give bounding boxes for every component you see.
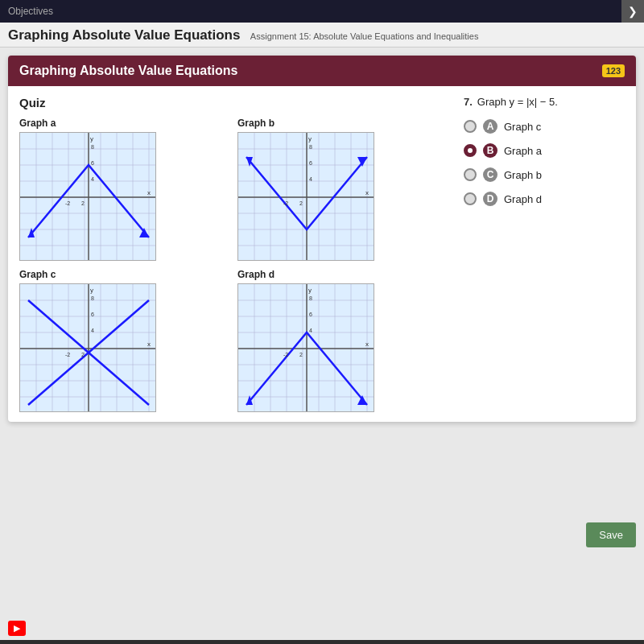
graph-box-d: x y -2 2 4 6 8 — [237, 283, 374, 412]
page-title-main: Graphing Absolute Value Equations — [8, 27, 240, 43]
svg-text:-2: -2 — [283, 200, 288, 206]
graph-label-c: Graph c — [19, 269, 229, 280]
graph-label-a: Graph a — [19, 118, 229, 129]
option-row-d[interactable]: D Graph d — [464, 192, 625, 206]
option-row-b[interactable]: B Graph a — [464, 143, 625, 158]
svg-text:x: x — [365, 189, 369, 196]
option-letter-c: C — [483, 167, 497, 182]
svg-text:y: y — [308, 135, 312, 142]
option-text-a: Graph c — [504, 121, 541, 133]
svg-text:2: 2 — [81, 200, 85, 206]
question-text: Graph y = |x| − 5. — [477, 96, 558, 108]
svg-text:-2: -2 — [283, 352, 288, 357]
svg-text:x: x — [147, 341, 151, 348]
question-number: 7. — [464, 96, 473, 108]
option-letter-b: B — [483, 143, 497, 158]
svg-text:4: 4 — [309, 176, 312, 182]
badge-123: 123 — [602, 64, 625, 77]
option-row-a[interactable]: A Graph c — [464, 119, 625, 134]
main-content: Graphing Absolute Value Equations 123 Qu… — [0, 47, 644, 640]
graph-box-a: x y -2 2 4 6 8 — [19, 132, 156, 261]
svg-text:8: 8 — [309, 295, 312, 301]
svg-text:2: 2 — [299, 200, 303, 206]
card-header: Graphing Absolute Value Equations 123 — [8, 56, 636, 86]
svg-text:4: 4 — [91, 176, 94, 182]
option-text-d: Graph d — [504, 193, 542, 205]
svg-text:4: 4 — [309, 328, 312, 333]
svg-text:y: y — [90, 135, 93, 142]
graph-svg-d: x y -2 2 4 6 8 — [238, 284, 374, 412]
option-radio-c[interactable] — [464, 168, 477, 181]
graph-container-d: Graph d — [237, 269, 448, 412]
page-title-sub: Assignment 15: Absolute Value Equations … — [250, 31, 479, 41]
svg-text:6: 6 — [309, 160, 312, 166]
option-letter-d: D — [483, 192, 497, 206]
left-section: Quiz Graph a — [19, 96, 448, 412]
svg-text:4: 4 — [91, 328, 94, 333]
svg-text:8: 8 — [91, 144, 94, 150]
svg-text:-2: -2 — [65, 352, 70, 357]
svg-text:2: 2 — [299, 352, 303, 357]
graph-svg-a: x y -2 2 4 6 8 — [20, 133, 156, 261]
youtube-icon[interactable]: ▶ — [8, 621, 26, 636]
graph-label-d: Graph d — [237, 269, 448, 280]
option-letter-a: A — [483, 119, 497, 134]
svg-text:y: y — [90, 287, 93, 294]
objectives-label: Objectives — [8, 6, 53, 17]
right-section: 7. Graph y = |x| − 5. A Graph c B Graph … — [464, 96, 625, 412]
svg-text:2: 2 — [81, 352, 85, 357]
card-header-title: Graphing Absolute Value Equations — [19, 64, 237, 78]
svg-text:8: 8 — [309, 144, 312, 150]
option-row-c[interactable]: C Graph b — [464, 167, 625, 182]
svg-text:6: 6 — [91, 312, 94, 317]
graphs-grid: Graph a — [19, 118, 448, 412]
page-title-bar: Graphing Absolute Value Equations Assign… — [0, 23, 644, 47]
option-radio-a[interactable] — [464, 120, 477, 133]
quiz-label: Quiz — [19, 96, 448, 109]
graph-svg-b: x y -2 2 4 6 8 — [238, 133, 374, 261]
graph-label-b: Graph b — [237, 118, 448, 129]
graph-box-b: x y -2 2 4 6 8 — [237, 132, 374, 261]
svg-text:y: y — [308, 287, 312, 294]
svg-text:8: 8 — [91, 295, 94, 301]
svg-text:6: 6 — [309, 312, 312, 317]
svg-text:6: 6 — [91, 160, 94, 166]
graph-container-b: Graph b — [237, 118, 448, 261]
option-text-b: Graph a — [504, 145, 542, 157]
option-radio-d[interactable] — [464, 192, 477, 205]
card: Graphing Absolute Value Equations 123 Qu… — [8, 56, 636, 422]
option-radio-b[interactable] — [464, 144, 477, 157]
svg-text:x: x — [365, 341, 369, 348]
svg-text:-2: -2 — [65, 200, 70, 206]
option-text-c: Graph b — [504, 169, 542, 181]
card-body: Quiz Graph a — [8, 86, 636, 422]
svg-text:x: x — [147, 189, 151, 196]
graph-box-c: x y -2 2 4 6 8 — [19, 283, 156, 412]
save-button[interactable]: Save — [586, 522, 636, 547]
nav-arrow[interactable]: ❯ — [621, 0, 644, 23]
question-row: 7. Graph y = |x| − 5. — [464, 96, 625, 108]
graph-container-c: Graph c — [19, 269, 229, 412]
graph-svg-c: x y -2 2 4 6 8 — [20, 284, 156, 412]
graph-container-a: Graph a — [19, 118, 229, 261]
top-bar: Objectives ❯ — [0, 0, 644, 23]
